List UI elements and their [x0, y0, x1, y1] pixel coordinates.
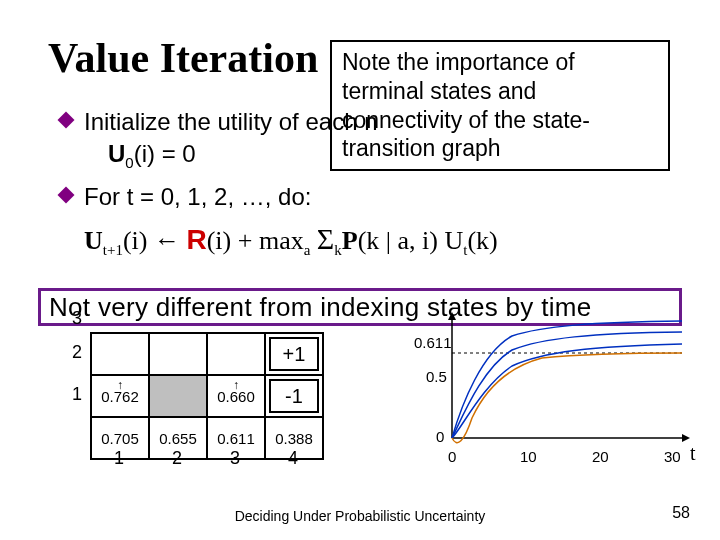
formula-rest: (i) + max [207, 226, 304, 255]
formula-tail: (k | a, i) U [358, 226, 464, 255]
r-sym: R [186, 224, 206, 255]
xlabel-t: t [690, 442, 696, 465]
xtick-0: 0 [448, 448, 456, 465]
bullet-1-sub: U0(i) = 0 [108, 140, 196, 167]
cell [91, 333, 149, 375]
col-label-4: 4 [288, 448, 298, 469]
cell: 0.660↑ [207, 375, 265, 417]
bullet-icon [58, 112, 75, 129]
formula-tail2: (k) [467, 226, 497, 255]
ytick-05: 0.5 [426, 368, 447, 385]
p-sym: P [342, 226, 358, 255]
row-label-3: 3 [72, 308, 82, 329]
sub-k: k [334, 242, 342, 258]
row-label-1: 1 [72, 384, 82, 405]
formula: Ut+1(i) ← R(i) + maxa ΣkP(k | a, i) Ut(k… [84, 222, 680, 259]
u-sym: U [84, 226, 103, 255]
cell-pit: -1 [265, 375, 323, 417]
bullet-1-text: Initialize the utility of each n U0(i) =… [84, 106, 680, 173]
xtick-20: 20 [592, 448, 609, 465]
sigma-icon: Σ [317, 222, 334, 255]
bullet-2-text: For t = 0, 1, 2, …, do: [84, 181, 680, 213]
up-arrow-icon: ↑ [117, 378, 123, 392]
ytick-0: 0 [436, 428, 444, 445]
bullet-2: For t = 0, 1, 2, …, do: [60, 181, 680, 213]
bullet-1-line: Initialize the utility of each n [84, 108, 378, 135]
chart-svg [432, 308, 692, 468]
slide-title: Value Iteration [48, 34, 318, 82]
convergence-chart: 0.611 0.5 0 0 10 20 30 t [432, 308, 692, 468]
bullet-list: Initialize the utility of each n U0(i) =… [60, 106, 680, 259]
row-label-2: 2 [72, 342, 82, 363]
col-label-2: 2 [172, 448, 182, 469]
cell [149, 333, 207, 375]
up-arrow-icon: ↑ [233, 378, 239, 392]
sub-t1: t+1 [103, 242, 123, 258]
svg-marker-4 [448, 312, 456, 320]
xtick-30: 30 [664, 448, 681, 465]
table-row: 0.762↑ 0.660↑ -1 [91, 375, 323, 417]
bullet-icon [58, 187, 75, 204]
u-sym: U [108, 140, 125, 167]
col-label-3: 3 [230, 448, 240, 469]
svg-marker-3 [682, 434, 690, 442]
slide-footer: Deciding Under Probabilistic Uncertainty [0, 508, 720, 524]
arrow: ← [154, 226, 187, 255]
table-row: +1 [91, 333, 323, 375]
cell [207, 333, 265, 375]
grid-table: +1 0.762↑ 0.660↑ -1 0.705 0.655 0.611 0.… [90, 332, 324, 460]
sub-tail: (i) = 0 [134, 140, 196, 167]
xtick-10: 10 [520, 448, 537, 465]
cell: 0.762↑ [91, 375, 149, 417]
cell-goal: +1 [265, 333, 323, 375]
page-number: 58 [672, 504, 690, 522]
sub-zero: 0 [125, 154, 133, 171]
col-label-1: 1 [114, 448, 124, 469]
sub-a: a [304, 242, 311, 258]
cell-wall [149, 375, 207, 417]
annotation-0611: 0.611 [414, 334, 452, 351]
bullet-1: Initialize the utility of each n U0(i) =… [60, 106, 680, 173]
